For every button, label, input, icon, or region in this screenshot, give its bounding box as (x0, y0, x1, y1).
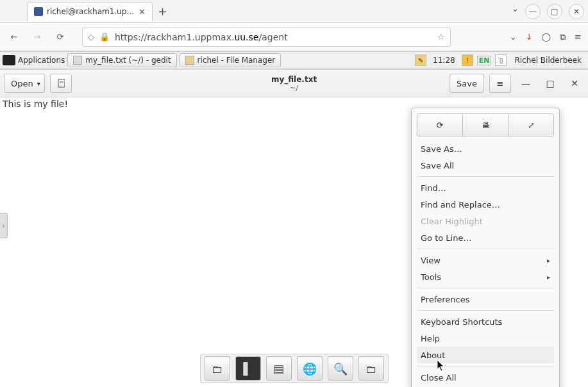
nav-back-button[interactable]: ← (6, 29, 22, 45)
dock-search-button[interactable]: 🔍 (328, 356, 353, 381)
reload-icon: ⟳ (437, 120, 444, 130)
menu-action-row: ⟳ 🖶 ⤢ (417, 113, 554, 136)
menu-item-clear-highlight: Clear Highlight (417, 213, 554, 229)
nav-forward-button: → (29, 29, 45, 45)
main-menu-icon[interactable]: ≡ (575, 32, 582, 42)
tray-notes-icon[interactable]: ✎ (415, 54, 426, 66)
menu-item-view[interactable]: View▸ (417, 252, 554, 268)
hamburger-menu-button[interactable]: ≡ (489, 74, 511, 93)
gedit-task-icon (73, 56, 82, 65)
user-menu[interactable]: Richel Bilderbeek (510, 56, 585, 65)
svg-rect-0 (58, 79, 65, 87)
menu-item-tools[interactable]: Tools▸ (417, 268, 554, 285)
desktop-panel: Applications my_file.txt (~/) - gedit ri… (0, 51, 588, 69)
folder-icon: 🗀 (212, 362, 223, 375)
side-panel-handle[interactable]: › (0, 213, 8, 238)
download-icon[interactable]: ↓ (526, 32, 533, 42)
hamburger-menu: ⟳ 🖶 ⤢ Save As… Save All Find… Find and R… (411, 108, 560, 387)
fullscreen-icon: ⤢ (528, 120, 535, 130)
menu-item-save-as[interactable]: Save As… (417, 140, 554, 157)
tab-favicon-icon (34, 7, 43, 16)
dock-terminal-button[interactable]: ▌ (235, 356, 261, 381)
browser-toolbar: ← → ⟳ ◇ 🔒 https://rackham1.uppmax.uu.se/… (0, 23, 588, 51)
applications-icon (3, 55, 15, 65)
browser-maximize-button[interactable]: □ (547, 4, 562, 19)
menu-separator (417, 310, 554, 311)
tray-alert-icon[interactable]: ! (462, 54, 473, 66)
dock-files-button[interactable]: ▤ (266, 356, 292, 381)
applications-menu[interactable]: Applications (3, 55, 65, 65)
taskbar-item-filemanager[interactable]: richel - File Manager (180, 53, 281, 67)
extensions-icon[interactable]: ⧉ (560, 32, 566, 42)
lock-icon[interactable]: 🔒 (99, 32, 110, 42)
files-icon: ▤ (273, 362, 284, 375)
nav-reload-button[interactable]: ⟳ (53, 29, 68, 45)
menu-item-preferences[interactable]: Preferences (417, 291, 554, 308)
menu-item-about[interactable]: About (417, 347, 554, 363)
tray-battery-icon[interactable]: ▯ (495, 54, 507, 66)
submenu-arrow-icon: ▸ (547, 257, 550, 264)
chevron-down-icon: ▾ (37, 80, 40, 87)
dock-web-button[interactable]: 🌐 (297, 356, 323, 381)
gedit-maximize-button[interactable]: □ (541, 74, 560, 93)
taskbar-label: my_file.txt (~/) - gedit (85, 56, 171, 65)
menu-item-keyboard-shortcuts[interactable]: Keyboard Shortcuts (417, 313, 554, 330)
menu-separator (417, 366, 554, 366)
browser-toolbar-right: ⌄ ↓ ◯ ⧉ ≡ (510, 32, 582, 42)
menu-separator (417, 176, 554, 177)
save-button[interactable]: Save (449, 74, 484, 93)
menu-reload-button[interactable]: ⟳ (417, 114, 463, 136)
taskbar-item-gedit[interactable]: my_file.txt (~/) - gedit (67, 53, 176, 67)
terminal-icon: ▌ (244, 362, 253, 375)
account-icon[interactable]: ◯ (542, 32, 551, 42)
browser-tab-strip: richel@rackham1.uppmax ✕ + ⌄ — □ ✕ (0, 0, 588, 23)
menu-item-find-replace[interactable]: Find and Replace… (417, 196, 554, 213)
folder-icon: 🗀 (365, 362, 377, 375)
url-text: https://rackham1.uppmax.uu.se/agent (115, 32, 437, 42)
panel-clock[interactable]: 11:28 (430, 56, 458, 65)
editor-content: This is my file! (3, 99, 68, 109)
menu-separator (417, 288, 554, 288)
menu-separator (417, 249, 554, 249)
filemanager-task-icon (185, 56, 194, 65)
new-tab-button[interactable]: + (158, 4, 167, 18)
browser-minimize-button[interactable]: — (525, 4, 541, 19)
menu-item-close-all[interactable]: Close All (417, 369, 554, 386)
menu-fullscreen-button[interactable]: ⤢ (508, 114, 553, 136)
tab-title: richel@rackham1.uppmax (47, 7, 135, 16)
taskbar-label: richel - File Manager (197, 56, 276, 65)
submenu-arrow-icon: ▸ (547, 274, 550, 281)
dock-folder-button[interactable]: 🗀 (205, 356, 230, 381)
tab-bar: richel@rackham1.uppmax ✕ + (27, 2, 167, 21)
tab-close-icon[interactable]: ✕ (139, 7, 146, 17)
url-bar[interactable]: ◇ 🔒 https://rackham1.uppmax.uu.se/agent … (82, 28, 451, 47)
system-tray: ✎ 11:28 ! EN ▯ Richel Bilderbeek (415, 54, 585, 66)
globe-icon: 🌐 (303, 362, 317, 375)
search-icon: 🔍 (333, 362, 348, 375)
menu-item-save-all[interactable]: Save All (417, 157, 554, 174)
url-security-icons: ◇ 🔒 (88, 32, 110, 42)
menu-item-goto-line[interactable]: Go to Line… (417, 229, 554, 246)
shield-icon[interactable]: ◇ (88, 32, 94, 42)
pocket-icon[interactable]: ⌄ (510, 32, 517, 42)
open-button[interactable]: Open ▾ (4, 74, 45, 93)
browser-window-controls: ⌄ — □ ✕ (512, 4, 584, 19)
new-doc-icon (57, 79, 65, 88)
gedit-headerbar: Open ▾ my_file.txt ~/ Save ≡ — □ ✕ (0, 69, 588, 97)
browser-close-button[interactable]: ✕ (569, 4, 584, 19)
menu-item-find[interactable]: Find… (417, 179, 554, 196)
browser-tab-active[interactable]: richel@rackham1.uppmax ✕ (27, 2, 153, 21)
dock-folder2-button[interactable]: 🗀 (358, 356, 384, 381)
print-icon: 🖶 (482, 120, 490, 130)
applications-label: Applications (18, 56, 65, 65)
tab-overview-icon[interactable]: ⌄ (512, 4, 519, 19)
gedit-minimize-button[interactable]: — (516, 74, 535, 93)
gedit-close-button[interactable]: ✕ (565, 74, 584, 93)
menu-item-help[interactable]: Help (417, 330, 554, 347)
hamburger-icon: ≡ (497, 79, 504, 88)
new-document-button[interactable] (50, 74, 72, 93)
bookmark-star-icon[interactable]: ☆ (437, 32, 445, 42)
keyboard-layout-indicator[interactable]: EN (477, 56, 492, 65)
dock: 🗀 ▌ ▤ 🌐 🔍 🗀 (200, 354, 389, 383)
menu-print-button[interactable]: 🖶 (463, 114, 508, 136)
